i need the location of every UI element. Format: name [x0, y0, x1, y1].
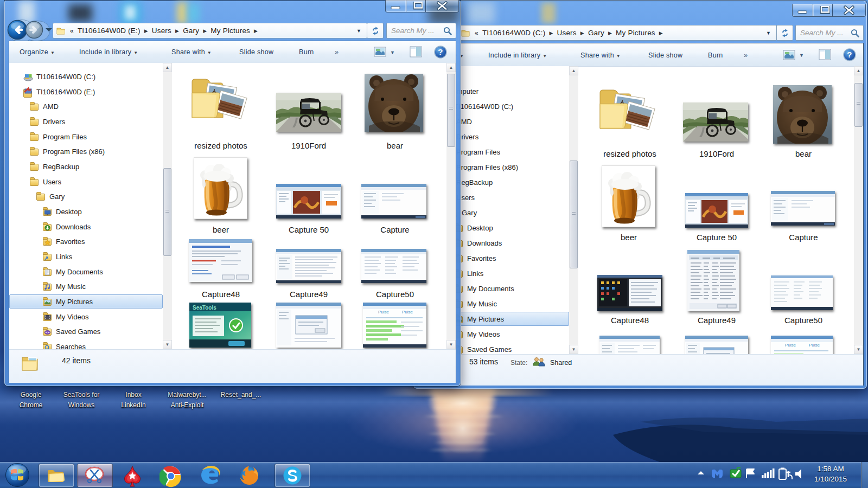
svg-text:Pulse: Pulse [785, 343, 796, 348]
svg-text:SeaTools: SeaTools [193, 305, 216, 311]
svg-text:?: ? [847, 50, 852, 59]
svg-text:?: ? [438, 47, 443, 56]
svg-text:Pulse: Pulse [402, 310, 413, 314]
svg-text:Pulse: Pulse [378, 310, 390, 314]
svg-text:Pulse: Pulse [809, 343, 820, 348]
